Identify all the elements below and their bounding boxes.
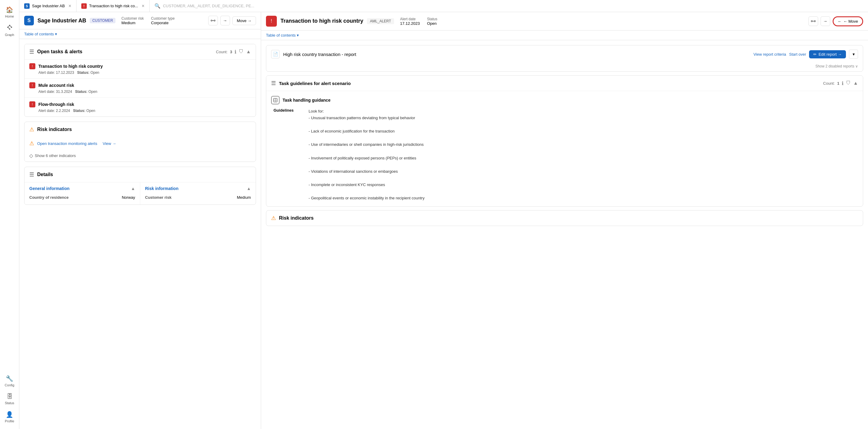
count-label: Count: <box>216 50 227 54</box>
alert-item-mule[interactable]: ! Mule account risk Alert date: 31.3.202… <box>25 78 256 97</box>
toc-chevron-left: ▾ <box>55 32 57 36</box>
edit-icon: ✏ <box>813 52 817 57</box>
panels: S Sage Industrier AB CUSTOMER Customer r… <box>19 12 868 429</box>
network-icon-button[interactable] <box>208 16 218 25</box>
right-panel-content: 📄 High risk country transaction - report… <box>261 40 868 429</box>
guidance-header: Task handling guidance <box>271 96 858 104</box>
country-label: Country of residence <box>29 195 69 200</box>
filter-icon-tasks-right[interactable]: ⛉ <box>846 81 851 86</box>
info-icon-tasks[interactable]: ℹ <box>235 49 236 55</box>
search-icon: 🔍 <box>154 3 160 9</box>
left-panel-content: ☰ Open tasks & alerts Count: 3 ℹ ⛉ ▲ <box>19 39 261 429</box>
graph-icon <box>7 24 13 32</box>
alert-item-flowthrough[interactable]: ! Flow-through risk Alert date: 2.2.2024… <box>25 97 256 116</box>
aml-alert-badge: AML_ALERT <box>367 18 394 24</box>
sidebar-item-home[interactable]: 🏠 Home <box>1 4 18 21</box>
task-guidelines-section: ☰ Task guidelines for alert scenario Cou… <box>266 75 863 207</box>
filter-icon-tasks[interactable]: ⛉ <box>239 49 244 54</box>
col-header-general: General information ▲ <box>29 186 135 191</box>
toc-label-left: Table of contents <box>24 32 54 36</box>
tab-transaction[interactable]: ! Transaction to high risk co... × <box>76 0 150 12</box>
right-panel: ! Transaction to high risk country AML_A… <box>261 12 868 429</box>
tab-close-transaction[interactable]: × <box>142 3 145 9</box>
alert-item-header-1: ! Transaction to high risk country <box>29 63 251 69</box>
monitoring-alerts-link[interactable]: Open transaction monitoring alerts <box>37 141 97 146</box>
svg-point-11 <box>814 21 815 22</box>
risk-title-left: Risk indicators <box>37 127 72 132</box>
risk-section-right-header: ⚠ Risk indicators <box>266 210 863 226</box>
sidebar-item-profile[interactable]: 👤 Profile <box>1 408 18 425</box>
count-value: 3 <box>230 50 232 54</box>
sidebar-item-home-label: Home <box>5 15 14 18</box>
tabs-bar: S Sage Industrier AB × ! Transaction to … <box>19 0 868 12</box>
home-icon: 🏠 <box>6 6 13 13</box>
risk-item-monitoring[interactable]: ⚠ Open transaction monitoring alerts Vie… <box>25 137 256 150</box>
config-icon: 🔧 <box>6 375 13 382</box>
arrow-icon-button[interactable]: → <box>220 16 230 25</box>
warning-icon-monitoring: ⚠ <box>29 140 34 147</box>
details-title: Details <box>37 172 53 177</box>
start-over-button[interactable]: Start over <box>789 52 806 57</box>
warning-icon-risk-right: ⚠ <box>271 215 276 222</box>
right-header-meta: Alert date 17.12.2023 Status Open <box>400 17 437 26</box>
col-row-country: Country of residence Norway <box>29 194 135 201</box>
chevron-up-general[interactable]: ▲ <box>131 186 135 191</box>
alert-meta-1: Alert date: 17.12.2023 Status: Open <box>29 70 251 75</box>
svg-line-4 <box>8 25 10 27</box>
chevron-up-tasks[interactable]: ▲ <box>246 49 251 54</box>
sidebar-item-graph-label: Graph <box>5 33 14 37</box>
sidebar-item-config[interactable]: 🔧 Config <box>1 372 18 389</box>
network-icon-button-right[interactable] <box>808 16 818 26</box>
alert-meta-3: Alert date: 2.2.2024 Status: Open <box>29 109 251 113</box>
alert-item-transaction[interactable]: ! Transaction to high risk country Alert… <box>25 59 256 78</box>
tab-icon-sage: S <box>24 3 30 9</box>
task-count-label: Count: <box>823 81 835 86</box>
svg-line-6 <box>8 27 10 29</box>
edit-report-button[interactable]: ✏ Edit report → <box>809 50 846 58</box>
tab-close-sage[interactable]: × <box>68 3 71 9</box>
country-value: Norway <box>122 195 135 200</box>
sidebar-item-graph[interactable]: Graph <box>1 22 18 39</box>
alert-title-1: Transaction to high risk country <box>38 64 103 69</box>
alert-meta-2: Alert date: 31.3.2024 Status: Open <box>29 90 251 94</box>
guidelines-label: Guidelines <box>274 108 304 201</box>
tab-sage-industrier[interactable]: S Sage Industrier AB × <box>19 0 76 12</box>
edit-report-dropdown[interactable]: ▾ <box>849 50 858 59</box>
disabled-reports-toggle[interactable]: Show 2 disabled reports ∨ <box>266 63 863 72</box>
chevron-up-risk[interactable]: ▲ <box>247 186 251 191</box>
sidebar-item-profile-label: Profile <box>5 419 14 423</box>
show-more-indicators[interactable]: ◇ Show 6 other indicators <box>25 150 256 162</box>
move-button-label: Move → <box>237 19 251 23</box>
move-back-button[interactable]: ← ← Move <box>833 16 863 26</box>
search-placeholder[interactable]: CUSTOMER, AML_ALERT, DUE_DILIGENCE, PE..… <box>163 4 254 8</box>
sidebar-item-status[interactable]: 🗄 Status <box>1 391 18 407</box>
view-criteria-button[interactable]: View report criteria <box>753 52 786 57</box>
info-icon-tasks-right[interactable]: ℹ <box>842 81 843 86</box>
tab-icon-transaction: ! <box>81 3 87 9</box>
list-icon-details: ☰ <box>29 171 34 178</box>
tab-label-sage: Sage Industrier AB <box>32 4 65 8</box>
view-link[interactable]: View → <box>103 141 116 146</box>
move-button-left[interactable]: Move → <box>232 16 256 25</box>
alert-title-3: Flow-through risk <box>38 102 74 107</box>
chevron-up-tasks-right[interactable]: ▲ <box>853 81 858 86</box>
task-guidelines-meta: Count: 1 ℹ ⛉ ▲ <box>823 81 858 86</box>
right-panel-header: ! Transaction to high risk country AML_A… <box>261 12 868 31</box>
alert-date-meta: Alert date 17.12.2023 <box>400 17 420 26</box>
guidelines-text: Look for: - Unusual transaction patterns… <box>309 108 425 201</box>
svg-point-7 <box>211 20 212 21</box>
details-header: ☰ Details <box>25 167 256 182</box>
customer-risk-meta: Customer risk Medium <box>122 16 144 25</box>
entity-title-sage: Sage Industrier AB <box>37 18 86 24</box>
general-info-title: General information <box>29 186 69 191</box>
report-card-header: 📄 High risk country transaction - report… <box>266 46 863 63</box>
toc-bar-left[interactable]: Table of contents ▾ <box>19 29 261 39</box>
report-card-title: High risk country transaction - report <box>283 52 750 57</box>
arrow-icon-button-right[interactable]: → <box>820 16 830 26</box>
alert-icon-3: ! <box>29 102 35 107</box>
report-card-actions: View report criteria Start over ✏ Edit r… <box>753 50 858 59</box>
svg-point-10 <box>811 21 812 22</box>
guidance-title: Task handling guidance <box>283 98 330 103</box>
toc-bar-right[interactable]: Table of contents ▾ <box>261 31 868 40</box>
right-header-title-block: Transaction to high risk country <box>280 18 363 25</box>
